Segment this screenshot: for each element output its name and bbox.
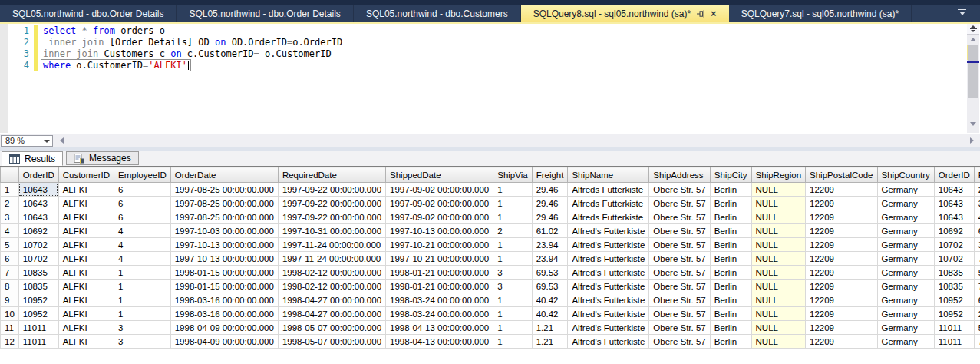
grid-cell[interactable]: 3 xyxy=(974,238,980,252)
grid-cell[interactable]: 1997-09-22 00:00:00.000 xyxy=(278,197,385,210)
grid-cell[interactable]: ALFKI xyxy=(58,335,114,349)
grid-cell[interactable]: 12209 xyxy=(806,335,877,349)
grid-cell[interactable]: 1997-10-13 00:00:00.000 xyxy=(386,224,493,238)
grid-cell[interactable]: Alfred's Futterkiste xyxy=(568,335,649,349)
grid-cell[interactable]: 4 xyxy=(974,210,980,224)
grid-cell[interactable]: 1 xyxy=(114,280,171,293)
grid-cell[interactable]: 1997-08-25 00:00:00.000 xyxy=(170,183,278,197)
row-header[interactable]: 11 xyxy=(1,321,19,335)
grid-cell[interactable]: Berlin xyxy=(710,197,751,210)
grid-cell[interactable]: Alfred's Futterkiste xyxy=(568,224,649,238)
grid-cell[interactable]: 10702 xyxy=(18,252,58,266)
grid-cell[interactable]: Berlin xyxy=(710,210,751,224)
grid-cell[interactable]: Obere Str. 57 xyxy=(649,252,710,266)
grid-cell[interactable]: 1997-10-13 00:00:00.000 xyxy=(170,252,278,266)
grid-cell[interactable]: 1 xyxy=(493,293,532,307)
grid-cell[interactable]: 1998-04-09 00:00:00.000 xyxy=(170,335,278,349)
grid-cell[interactable]: Alfred's Futterkiste xyxy=(568,321,649,335)
row-header[interactable]: 1 xyxy=(1,183,19,197)
grid-cell[interactable]: Alfred's Futterkiste xyxy=(568,252,649,266)
grid-cell[interactable]: 10643 xyxy=(18,210,58,224)
scroll-left-arrow-icon[interactable] xyxy=(60,137,64,144)
grid-cell[interactable]: 1 xyxy=(114,266,171,280)
row-header[interactable]: 7 xyxy=(1,266,19,280)
grid-cell[interactable]: 1997-10-13 00:00:00.000 xyxy=(170,238,278,252)
grid-cell[interactable]: 1997-10-31 00:00:00.000 xyxy=(278,224,385,238)
grid-cell[interactable]: 1998-04-13 00:00:00.000 xyxy=(386,335,493,349)
grid-cell[interactable]: NULL xyxy=(751,321,805,335)
grid-cell[interactable]: 1998-01-21 00:00:00.000 xyxy=(386,266,493,280)
grid-cell[interactable]: 1998-05-07 00:00:00.000 xyxy=(278,321,385,335)
grid-cell[interactable]: Germany xyxy=(877,210,934,224)
row-header[interactable]: 12 xyxy=(1,335,19,349)
grid-cell[interactable]: 11011 xyxy=(934,335,974,349)
grid-cell[interactable]: ALFKI xyxy=(58,238,114,252)
scroll-down-arrow-icon[interactable] xyxy=(967,119,979,128)
grid-cell[interactable]: NULL xyxy=(751,335,805,349)
grid-cell[interactable]: 1997-08-25 00:00:00.000 xyxy=(170,197,278,210)
grid-cell[interactable]: Alfred's Futterkiste xyxy=(568,293,649,307)
grid-cell[interactable]: NULL xyxy=(751,224,805,238)
grid-cell[interactable]: 3 xyxy=(493,266,532,280)
grid-cell[interactable]: 10835 xyxy=(934,280,974,293)
grid-cell[interactable]: Berlin xyxy=(710,280,751,293)
grid-cell[interactable]: 69.53 xyxy=(532,266,568,280)
grid-cell[interactable]: Germany xyxy=(877,266,934,280)
grid-cell[interactable]: 3 xyxy=(114,321,171,335)
document-tab-2[interactable]: SQL05.northwind - dbo.Customers xyxy=(354,5,521,22)
grid-cell[interactable]: 1997-09-22 00:00:00.000 xyxy=(278,210,385,224)
tab-messages[interactable]: Messages xyxy=(66,151,139,165)
grid-cell[interactable]: 3 xyxy=(493,280,532,293)
grid-cell[interactable]: 29.46 xyxy=(532,197,568,210)
column-header-customerid[interactable]: CustomerID xyxy=(58,167,114,183)
sql-editor[interactable]: 1select * from orders o2 inner join [Ord… xyxy=(0,24,966,133)
grid-cell[interactable]: 29.46 xyxy=(532,210,568,224)
column-header-shippeddate[interactable]: ShippedDate xyxy=(386,167,493,183)
grid-cell[interactable]: 7 xyxy=(974,280,980,293)
grid-cell[interactable]: NULL xyxy=(751,307,805,321)
grid-cell[interactable]: 12209 xyxy=(806,266,877,280)
grid-cell[interactable]: NULL xyxy=(751,183,805,197)
grid-cell[interactable]: Berlin xyxy=(710,293,751,307)
grid-cell[interactable]: Alfred's Futterkiste xyxy=(568,238,649,252)
grid-cell[interactable]: NULL xyxy=(751,280,805,293)
grid-cell[interactable]: 1997-09-02 00:00:00.000 xyxy=(386,197,493,210)
grid-cell[interactable]: 12209 xyxy=(806,183,877,197)
grid-cell[interactable]: 1 xyxy=(493,183,532,197)
grid-cell[interactable]: NULL xyxy=(751,252,805,266)
grid-cell[interactable]: 1998-04-27 00:00:00.000 xyxy=(278,307,385,321)
row-header[interactable]: 8 xyxy=(1,280,19,293)
grid-cell[interactable]: ALFKI xyxy=(58,280,114,293)
grid-cell[interactable]: 6 xyxy=(974,293,980,307)
grid-cell[interactable]: 1998-01-21 00:00:00.000 xyxy=(386,280,493,293)
grid-cell[interactable]: Berlin xyxy=(710,183,751,197)
grid-cell[interactable]: 6 xyxy=(114,210,171,224)
row-header[interactable]: 9 xyxy=(1,293,19,307)
grid-cell[interactable]: 10835 xyxy=(18,266,58,280)
grid-cell[interactable]: Obere Str. 57 xyxy=(649,210,710,224)
grid-cell[interactable]: 10692 xyxy=(18,224,58,238)
grid-cell[interactable]: 6 xyxy=(114,183,171,197)
grid-cell[interactable]: 1998-02-12 00:00:00.000 xyxy=(278,266,385,280)
grid-cell[interactable]: Obere Str. 57 xyxy=(649,307,710,321)
column-header-employeeid[interactable]: EmployeeID xyxy=(114,167,171,183)
grid-cell[interactable]: 1998-02-12 00:00:00.000 xyxy=(278,280,385,293)
grid-cell[interactable]: 1997-10-03 00:00:00.000 xyxy=(170,224,278,238)
grid-cell[interactable]: Obere Str. 57 xyxy=(649,321,710,335)
grid-cell[interactable]: NULL xyxy=(751,197,805,210)
column-header-shipname[interactable]: ShipName xyxy=(568,167,649,183)
row-header[interactable]: 2 xyxy=(1,197,19,210)
grid-corner-header[interactable] xyxy=(1,167,19,183)
column-header-orderid[interactable]: OrderID xyxy=(18,167,58,183)
grid-cell[interactable]: Berlin xyxy=(710,335,751,349)
grid-cell[interactable]: 1998-05-07 00:00:00.000 xyxy=(278,335,385,349)
column-header-shipaddress[interactable]: ShipAddress xyxy=(649,167,710,183)
grid-cell[interactable]: 1998-03-24 00:00:00.000 xyxy=(386,293,493,307)
editor-vertical-scrollbar[interactable] xyxy=(967,24,979,133)
editor-split-handle[interactable] xyxy=(967,24,979,35)
grid-cell[interactable]: 1998-01-15 00:00:00.000 xyxy=(170,280,278,293)
grid-cell[interactable]: ALFKI xyxy=(58,307,114,321)
grid-cell[interactable]: Alfreds Futterkiste xyxy=(568,197,649,210)
grid-cell[interactable]: Alfreds Futterkiste xyxy=(568,183,649,197)
grid-cell[interactable]: 1 xyxy=(493,321,532,335)
